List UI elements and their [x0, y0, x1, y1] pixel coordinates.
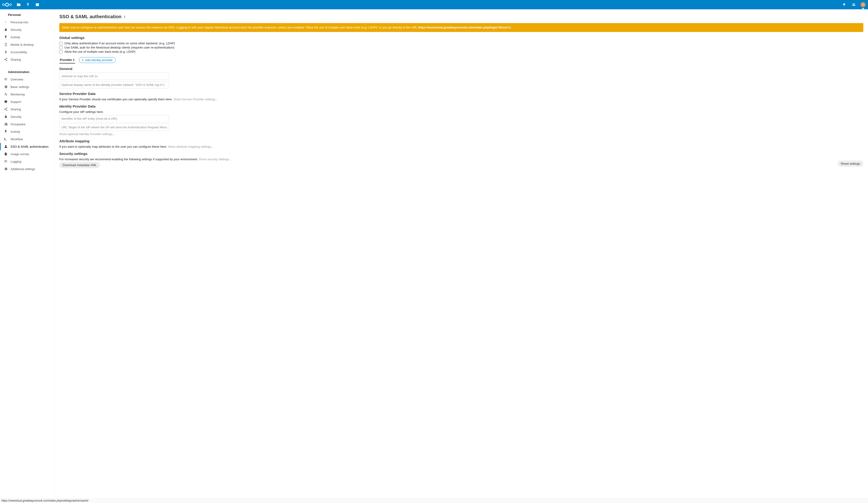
warning-text-post: . — [511, 26, 512, 29]
sidebar-item-label: Personal info — [11, 21, 28, 24]
info-icon[interactable]: i — [124, 15, 125, 19]
avatar-letter: A — [862, 3, 864, 6]
sidebar-item-logging[interactable]: Logging — [0, 158, 54, 165]
sidebar-item-overview[interactable]: Overview — [0, 76, 54, 83]
service-provider-data-heading: Service Provider Data — [59, 92, 863, 96]
show-security-settings-link[interactable]: Show security settings... — [199, 157, 231, 161]
global-setting-2[interactable]: Allow the use of multiple user back-ends… — [59, 50, 863, 53]
sidebar-item-label: Sharing — [11, 107, 21, 111]
sidebar-item-label: Support — [11, 100, 21, 104]
display-name-input[interactable] — [59, 81, 169, 88]
sidebar-item-basic[interactable]: Basic settings — [0, 83, 54, 91]
sidebar-item-label: Sharing — [11, 58, 21, 61]
avatar[interactable]: A — [860, 2, 866, 7]
sidebar-item-workflow[interactable]: Workflow — [0, 135, 54, 143]
sidebar-item-mobile[interactable]: Mobile & desktop — [0, 41, 54, 48]
sidebar: PersonaliPersonal infoSecurityActivityMo… — [0, 9, 55, 498]
svg-point-8 — [6, 110, 7, 111]
global-setting-checkbox-2[interactable] — [59, 50, 63, 53]
sidebar-item-label: Additional settings — [11, 167, 35, 171]
sidebar-item-accessibility[interactable]: Accessibility — [0, 48, 54, 56]
nextcloud-logo[interactable] — [2, 3, 12, 7]
svg-point-6 — [6, 107, 7, 108]
sidebar-item-saml[interactable]: SSO & SAML authentication — [0, 143, 54, 150]
main-content: SSO & SAML authentication i Make sure to… — [55, 9, 868, 498]
sidebar-item-label: SSO & SAML authentication — [11, 145, 49, 148]
plus-icon: + — [82, 58, 84, 62]
basic-icon — [4, 85, 8, 89]
attribute-mapping-heading: Attribute mapping — [59, 139, 863, 143]
sidebar-item-label: Security — [11, 28, 21, 31]
sec-desc: For increased security we recommend enab… — [59, 157, 198, 161]
sharing-icon — [4, 57, 8, 61]
show-idp-settings-link[interactable]: Show optional Identity Provider settings… — [59, 132, 115, 136]
idp-desc: Configure your IdP settings here. — [59, 110, 863, 114]
sidebar-item-support[interactable]: Support — [0, 98, 54, 105]
groupware-icon — [4, 122, 8, 126]
show-attribute-mapping-link[interactable]: Show attribute mapping settings... — [168, 145, 214, 148]
svg-point-5 — [6, 60, 7, 61]
notifications-icon[interactable] — [842, 2, 847, 7]
global-setting-1[interactable]: Use SAML auth for the Nextcloud desktop … — [59, 46, 863, 49]
activity-admin-icon — [4, 130, 8, 134]
sidebar-item-label: Logging — [11, 160, 21, 163]
attr-desc: If you want to optionally map attributes… — [59, 145, 167, 148]
logging-icon — [4, 160, 8, 163]
uid-attribute-input[interactable] — [59, 73, 169, 80]
activity-icon — [4, 35, 8, 39]
sidebar-item-usage[interactable]: Usage survey — [0, 150, 54, 158]
sidebar-item-monitoring[interactable]: Monitoring — [0, 91, 54, 98]
warning-text-pre: Make sure to configure an administrative… — [62, 26, 418, 29]
tab-provider-1[interactable]: Provider 1 — [59, 57, 75, 63]
sidebar-item-sharing-admin[interactable]: Sharing — [0, 105, 54, 113]
add-identity-provider-button[interactable]: + Add identity provider — [79, 57, 116, 63]
accessibility-icon — [4, 50, 8, 54]
global-settings-heading: Global settings — [59, 36, 863, 40]
global-setting-checkbox-0[interactable] — [59, 42, 63, 45]
sidebar-item-activity-admin[interactable]: Activity — [0, 128, 54, 135]
global-setting-label: Only allow authentication if an account … — [64, 42, 175, 45]
sidebar-group-title: Personal — [0, 11, 54, 19]
sidebar-item-personal-info[interactable]: iPersonal info — [0, 19, 54, 26]
page-title: SSO & SAML authentication — [59, 14, 121, 19]
sidebar-item-groupware[interactable]: Groupware — [0, 120, 54, 128]
sidebar-item-activity[interactable]: Activity — [0, 33, 54, 41]
gallery-icon[interactable] — [35, 2, 40, 7]
sidebar-item-sharing[interactable]: Sharing — [0, 56, 54, 63]
warning-banner: Make sure to configure an administrative… — [59, 23, 863, 32]
sidebar-item-label: Overview — [11, 78, 23, 81]
contacts-icon[interactable] — [851, 2, 856, 7]
topbar: A — [0, 0, 868, 9]
global-setting-label: Allow the use of multiple user back-ends… — [64, 50, 135, 53]
additional-icon — [4, 167, 8, 171]
add-identity-provider-label: Add identity provider — [85, 58, 113, 62]
workflow-icon — [4, 137, 8, 141]
sharing-admin-icon — [4, 107, 8, 111]
download-metadata-button[interactable]: Download metadata XML — [59, 162, 100, 168]
sidebar-item-label: Monitoring — [11, 93, 25, 96]
sidebar-item-label: Accessibility — [11, 50, 27, 54]
show-sp-settings-link[interactable]: Show Service Provider settings... — [173, 97, 218, 101]
global-setting-checkbox-1[interactable] — [59, 46, 63, 49]
security-settings-heading: Security settings — [59, 151, 863, 156]
sidebar-item-label: Basic settings — [11, 85, 29, 89]
support-icon — [4, 100, 8, 104]
idp-entity-id-input[interactable] — [59, 115, 169, 122]
svg-rect-1 — [5, 43, 7, 46]
sidebar-item-additional[interactable]: Additional settings — [0, 165, 54, 172]
overview-icon — [4, 77, 8, 81]
global-setting-0[interactable]: Only allow authentication if an account … — [59, 42, 863, 45]
files-icon[interactable] — [16, 2, 21, 7]
svg-point-7 — [4, 109, 6, 109]
identity-provider-data-heading: Identity Provider Data — [59, 104, 863, 108]
activity-icon[interactable] — [26, 2, 30, 7]
sidebar-item-security-admin[interactable]: Security — [0, 113, 54, 120]
reset-settings-button[interactable]: Reset settings — [838, 160, 863, 167]
svg-point-2 — [6, 50, 6, 51]
idp-url-target-input[interactable] — [59, 124, 169, 131]
svg-text:i: i — [5, 21, 6, 24]
personal-info-icon: i — [4, 20, 8, 24]
sidebar-item-label: Activity — [11, 130, 20, 134]
sidebar-item-security[interactable]: Security — [0, 26, 54, 33]
sidebar-group-title: Administration — [0, 69, 54, 76]
